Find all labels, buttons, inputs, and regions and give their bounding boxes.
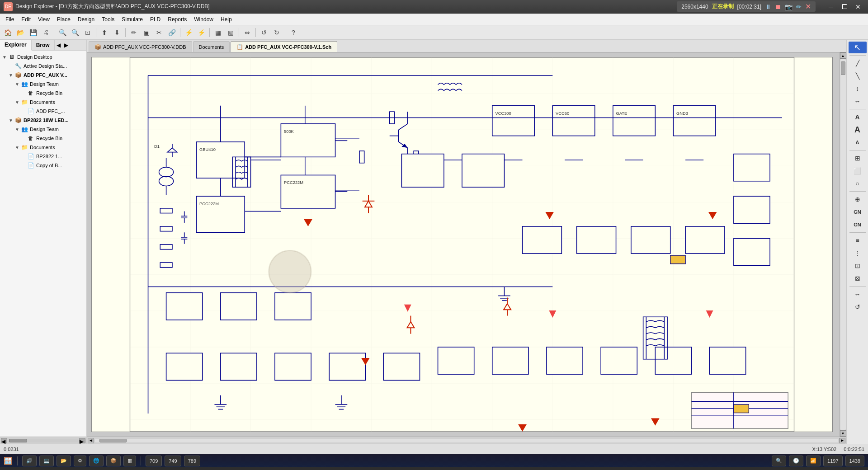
menu-simulate[interactable]: Simulate bbox=[118, 15, 146, 24]
tb-up[interactable]: ⬆ bbox=[99, 27, 110, 38]
rp-text-c[interactable]: A bbox=[849, 136, 867, 148]
expand-add-pfc[interactable]: ▼ bbox=[8, 72, 14, 78]
menu-file[interactable]: File bbox=[2, 15, 18, 24]
tb-rect[interactable]: ▣ bbox=[141, 27, 152, 38]
tb-power[interactable]: ⚡ bbox=[183, 27, 194, 38]
taskbar-grid[interactable]: ▦ bbox=[123, 456, 136, 466]
tb-draw[interactable]: ✏ bbox=[128, 27, 140, 38]
camera-button[interactable]: 📷 bbox=[785, 3, 793, 10]
menu-design[interactable]: Design bbox=[74, 15, 98, 24]
rp-mirror[interactable]: ⊠ bbox=[849, 273, 867, 284]
tree-item-design-desktop[interactable]: ▼ 🖥 Design Desktop bbox=[0, 52, 86, 61]
tree-item-recycle-bin-1[interactable]: 🗑 Recycle Bin bbox=[0, 89, 86, 98]
rp-text-b[interactable]: A bbox=[849, 124, 867, 136]
menu-help[interactable]: Help bbox=[217, 15, 236, 24]
explorer-scroll-right[interactable]: ▶ bbox=[79, 438, 85, 443]
tb-zoom-in[interactable]: 🔍 bbox=[57, 27, 68, 38]
menu-view[interactable]: View bbox=[34, 15, 53, 24]
tb-print[interactable]: 🖨 bbox=[40, 27, 52, 38]
menu-place[interactable]: Place bbox=[53, 15, 74, 24]
tree-item-copy-file[interactable]: 📄 Copy of B... bbox=[0, 161, 86, 170]
tree-item-bp2822-file[interactable]: 📄 BP2822 1... bbox=[0, 152, 86, 161]
rp-netlabel[interactable]: ↔ bbox=[849, 95, 867, 107]
tab-arrow-left[interactable]: ◀ bbox=[55, 40, 62, 50]
taskbar-1438[interactable]: 1438 bbox=[845, 456, 864, 466]
rp-text-a[interactable]: A bbox=[849, 111, 867, 123]
taskbar-1197[interactable]: 1197 bbox=[823, 456, 842, 466]
tb-power2[interactable]: ⚡ bbox=[195, 27, 207, 38]
taskbar-network[interactable]: 📶 bbox=[806, 456, 821, 466]
tb-open[interactable]: 📂 bbox=[14, 27, 26, 38]
schematic-canvas-wrap[interactable]: D1 GBU410 PCC222M 500K PCC222M VCC300 VC… bbox=[87, 52, 846, 437]
rp-junction[interactable]: ↕ bbox=[849, 83, 867, 94]
tb-align[interactable]: ⇔ bbox=[241, 27, 253, 38]
expand-design-team-1[interactable]: ▼ bbox=[14, 81, 20, 87]
explorer-scroll-thumb[interactable] bbox=[9, 439, 27, 442]
rp-align-horiz[interactable]: ≡ bbox=[849, 235, 867, 246]
taskbar-search[interactable]: 🔍 bbox=[772, 456, 786, 466]
tab-browser[interactable]: Brow bbox=[32, 40, 55, 50]
taskbar-folder[interactable]: 📂 bbox=[57, 456, 71, 466]
explorer-scroll-left[interactable]: ◀ bbox=[1, 438, 7, 443]
taskbar-749[interactable]: 749 bbox=[165, 456, 181, 466]
taskbar-browser[interactable]: 🌐 bbox=[89, 456, 104, 466]
horizontal-scrollbar[interactable]: ◀ ▶ bbox=[87, 437, 846, 444]
expand-documents-2[interactable]: ▼ bbox=[14, 145, 20, 150]
menu-pld[interactable]: PLD bbox=[146, 15, 164, 24]
tb-cut[interactable]: ✂ bbox=[153, 27, 165, 38]
tb-help[interactable]: ? bbox=[288, 27, 299, 38]
tree-item-active-design[interactable]: 🔧 Active Design Sta... bbox=[0, 61, 86, 70]
scroll-left-button[interactable]: ◀ bbox=[88, 438, 94, 443]
tree-item-add-pfc[interactable]: ▼ 📦 ADD PFC_AUX V... bbox=[0, 70, 86, 80]
tab-ddb-file[interactable]: 📦 ADD PFC_AUX VCC-PFC300-V.DDB bbox=[89, 41, 192, 52]
taskbar-settings[interactable]: ⚙ bbox=[74, 456, 86, 466]
tree-item-add-pfc-file[interactable]: 📄 ADD PFC_... bbox=[0, 107, 86, 116]
tb-grid1[interactable]: ▦ bbox=[212, 27, 224, 38]
tab-explorer[interactable]: Explorer bbox=[0, 40, 32, 51]
explorer-horizontal-scrollbar[interactable]: ◀ ▶ bbox=[0, 437, 86, 444]
stop-button[interactable]: ⏹ bbox=[775, 3, 781, 10]
tb-link[interactable]: 🔗 bbox=[166, 27, 178, 38]
taskbar-start[interactable]: 🪟 bbox=[4, 456, 13, 465]
tb-zoom-fit[interactable]: ⊡ bbox=[82, 27, 94, 38]
tb-undo[interactable]: ↺ bbox=[258, 27, 270, 38]
scroll-down-button[interactable]: ▼ bbox=[840, 430, 846, 437]
menu-tools[interactable]: Tools bbox=[98, 15, 118, 24]
menu-window[interactable]: Window bbox=[190, 15, 217, 24]
tree-item-recycle-bin-2[interactable]: 🗑 Recycle Bin bbox=[0, 134, 86, 143]
recording-close-button[interactable]: ✕ bbox=[805, 2, 811, 11]
rp-flip[interactable]: ↔ bbox=[849, 288, 867, 300]
expand-documents-1[interactable]: ▼ bbox=[14, 99, 20, 105]
scroll-up-button[interactable]: ▲ bbox=[840, 52, 846, 59]
rp-bus[interactable]: ╲ bbox=[849, 70, 867, 82]
close-button[interactable]: ✕ bbox=[852, 2, 864, 12]
expand-design-team-2[interactable]: ▼ bbox=[14, 127, 20, 132]
tb-zoom-out[interactable]: 🔍 bbox=[69, 27, 81, 38]
scroll-thumb-vertical[interactable] bbox=[841, 61, 845, 75]
taskbar-789[interactable]: 789 bbox=[184, 456, 200, 466]
scroll-right-button[interactable]: ▶ bbox=[839, 438, 845, 443]
rp-rotate[interactable]: ↺ bbox=[849, 301, 867, 313]
menu-reports[interactable]: Reports bbox=[164, 15, 190, 24]
taskbar-709[interactable]: 709 bbox=[146, 456, 162, 466]
taskbar-clock[interactable]: 🕐 bbox=[789, 456, 803, 466]
schematic-canvas[interactable]: D1 GBU410 PCC222M 500K PCC222M VCC300 VC… bbox=[91, 57, 833, 432]
expand-design-desktop[interactable]: ▼ bbox=[2, 54, 7, 60]
tb-down[interactable]: ⬇ bbox=[111, 27, 123, 38]
rp-distribute[interactable]: ⊡ bbox=[849, 260, 867, 272]
taskbar-sound[interactable]: 🔊 bbox=[22, 456, 37, 466]
tab-arrow-right[interactable]: ▶ bbox=[62, 40, 70, 50]
rp-select-arrow[interactable]: ↖ bbox=[849, 42, 867, 53]
rp-wire[interactable]: ╱ bbox=[849, 57, 867, 69]
rp-gnd[interactable]: GN bbox=[849, 219, 867, 230]
taskbar-app[interactable]: 📦 bbox=[106, 456, 121, 466]
tree-item-documents-2[interactable]: ▼ 📁 Documents bbox=[0, 143, 86, 152]
scroll-thumb-horizontal[interactable] bbox=[99, 439, 127, 442]
minimize-button[interactable]: ─ bbox=[825, 2, 837, 12]
maximize-button[interactable]: ⧠ bbox=[838, 2, 851, 12]
tree-item-design-team-1[interactable]: ▼ 👥 Design Team bbox=[0, 80, 86, 89]
tree-item-bp2822[interactable]: ▼ 📦 BP2822 18W LED... bbox=[0, 116, 86, 125]
rp-border[interactable]: ⊞ bbox=[849, 152, 867, 164]
tb-home[interactable]: 🏠 bbox=[2, 27, 14, 38]
tb-redo[interactable]: ↻ bbox=[271, 27, 283, 38]
